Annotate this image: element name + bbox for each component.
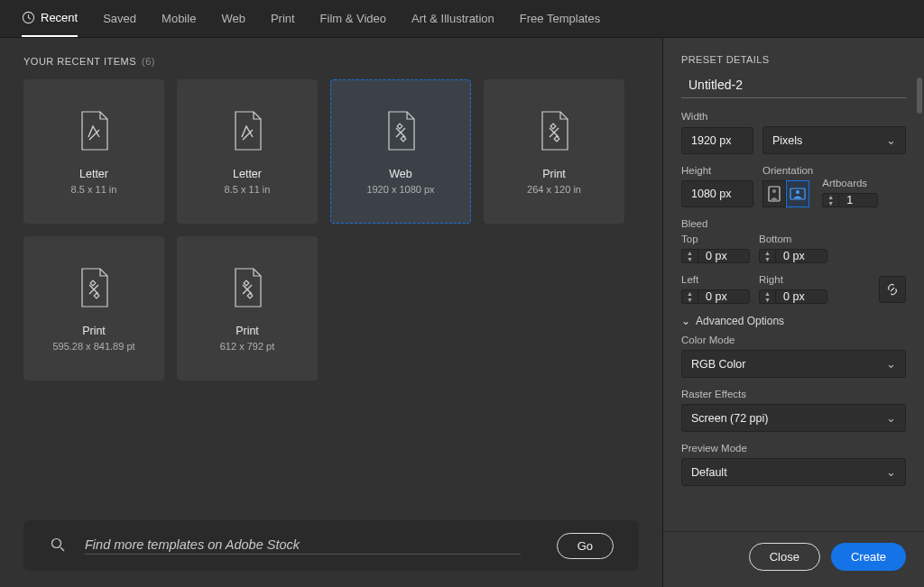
chevron-down-icon: ⌄ [886, 133, 896, 147]
doc-icon [76, 108, 112, 153]
preset-card[interactable]: Web1920 x 1080 px [330, 79, 471, 224]
main-area: YOUR RECENT ITEMS(6) Letter8.5 x 11 inLe… [0, 38, 662, 587]
svg-rect-6 [94, 293, 99, 298]
tab-web[interactable]: Web [221, 0, 245, 37]
width-label: Width [681, 111, 906, 122]
doc-icon [536, 108, 572, 153]
height-input[interactable] [681, 180, 753, 207]
bleed-left-input[interactable] [698, 289, 750, 304]
chevron-down-icon: ⌄ [886, 465, 896, 479]
bleed-right-stepper[interactable]: ▲▼ [759, 289, 775, 304]
tab-recent[interactable]: Recent [22, 0, 78, 37]
preview-mode-select[interactable]: Default⌄ [681, 458, 906, 486]
preset-card[interactable]: Print595.28 x 841.89 pt [23, 236, 164, 381]
preset-details-title: PRESET DETAILS [681, 54, 906, 65]
svg-point-9 [52, 538, 61, 547]
preset-card[interactable]: Print264 x 120 in [484, 79, 624, 224]
preview-mode-label: Preview Mode [681, 443, 906, 454]
stock-search-bar: Find more templates on Adobe Stock Go [23, 520, 639, 571]
orientation-label: Orientation [762, 165, 813, 176]
category-tabs: Recent Saved Mobile Web Print Film & Vid… [0, 0, 924, 38]
bleed-top-input[interactable] [698, 249, 750, 263]
artboards-input[interactable] [838, 193, 878, 207]
svg-point-13 [796, 190, 799, 194]
artboards-label: Artboards [822, 178, 906, 188]
advanced-options-toggle[interactable]: ⌄ Advanced Options [681, 315, 906, 327]
preset-title: Print [542, 168, 566, 180]
preset-grid: Letter8.5 x 11 inLetter8.5 x 11 inWeb192… [23, 79, 639, 381]
orientation-landscape[interactable] [786, 180, 809, 207]
search-icon [49, 536, 67, 556]
link-bleed-button[interactable] [879, 276, 906, 303]
svg-rect-4 [554, 136, 559, 142]
panel-scrollbar[interactable] [917, 78, 922, 114]
panel-footer: Close Create [663, 531, 924, 587]
preset-title: Print [236, 325, 259, 337]
preset-dimensions: 264 x 120 in [527, 184, 581, 195]
doc-icon [76, 265, 112, 310]
tab-print[interactable]: Print [271, 0, 295, 37]
create-button[interactable]: Create [831, 543, 906, 571]
left-label: Left [681, 274, 750, 285]
artboards-stepper[interactable]: ▲▼ [822, 193, 838, 207]
recent-icon [22, 11, 35, 24]
tab-free-templates[interactable]: Free Templates [520, 0, 600, 37]
chevron-down-icon: ⌄ [681, 315, 690, 327]
stock-search-text[interactable]: Find more templates on Adobe Stock [85, 537, 521, 555]
chevron-down-icon: ⌄ [886, 357, 896, 371]
go-button[interactable]: Go [557, 533, 614, 559]
tab-mobile[interactable]: Mobile [162, 0, 196, 37]
svg-point-11 [772, 189, 776, 193]
doc-icon [383, 108, 419, 153]
bleed-bottom-input[interactable] [775, 249, 827, 263]
preset-title: Letter [233, 168, 262, 180]
bottom-label: Bottom [759, 234, 827, 244]
tab-saved[interactable]: Saved [103, 0, 136, 37]
preset-card[interactable]: Letter8.5 x 11 in [23, 79, 164, 224]
preset-title: Web [389, 168, 411, 180]
chevron-down-icon: ⌄ [886, 411, 896, 425]
bleed-top-stepper[interactable]: ▲▼ [681, 249, 698, 263]
svg-rect-7 [244, 280, 249, 286]
doc-icon [229, 108, 265, 153]
preset-dimensions: 8.5 x 11 in [225, 184, 271, 195]
svg-rect-3 [550, 124, 556, 129]
svg-rect-1 [397, 124, 402, 129]
close-button[interactable]: Close [749, 543, 820, 571]
raster-effects-select[interactable]: Screen (72 ppi)⌄ [681, 404, 906, 432]
width-input[interactable] [681, 127, 753, 154]
raster-effects-label: Raster Effects [681, 389, 906, 399]
preset-dimensions: 1920 x 1080 px [366, 184, 434, 195]
units-select[interactable]: Pixels⌄ [762, 126, 906, 154]
doc-icon [229, 265, 265, 310]
height-label: Height [681, 165, 753, 176]
top-label: Top [681, 234, 750, 244]
preset-card[interactable]: Letter8.5 x 11 in [177, 79, 318, 224]
color-mode-select[interactable]: RGB Color⌄ [681, 350, 906, 378]
orientation-portrait[interactable] [762, 180, 786, 207]
preset-dimensions: 612 x 792 pt [220, 341, 275, 352]
preset-title: Print [82, 325, 106, 337]
bleed-left-stepper[interactable]: ▲▼ [681, 289, 698, 304]
preset-details-panel: PRESET DETAILS Width Pixels⌄ Height Orie… [662, 38, 924, 587]
color-mode-label: Color Mode [681, 335, 906, 345]
tab-film-video[interactable]: Film & Video [320, 0, 386, 37]
preset-dimensions: 8.5 x 11 in [71, 184, 117, 195]
preset-card[interactable]: Print612 x 792 pt [177, 236, 318, 381]
recent-items-heading: YOUR RECENT ITEMS(6) [23, 56, 639, 67]
tab-art-illustration[interactable]: Art & Illustration [411, 0, 494, 37]
bleed-bottom-stepper[interactable]: ▲▼ [759, 249, 775, 263]
bleed-right-input[interactable] [775, 289, 827, 304]
bleed-label: Bleed [681, 218, 906, 229]
preset-title: Letter [79, 168, 108, 180]
document-name-input[interactable] [681, 76, 906, 98]
preset-dimensions: 595.28 x 841.89 pt [52, 341, 134, 352]
right-label: Right [759, 274, 827, 285]
svg-rect-5 [90, 280, 96, 286]
